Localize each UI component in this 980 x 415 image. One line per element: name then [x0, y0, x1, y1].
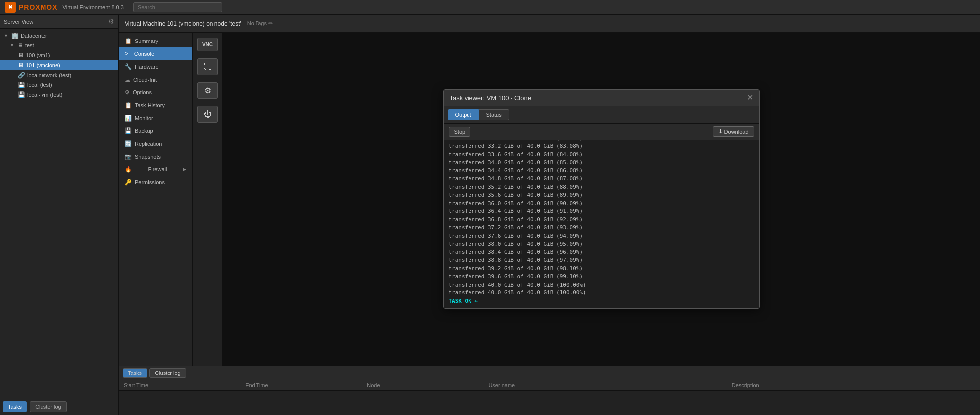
- options-icon: ⚙: [125, 89, 130, 96]
- nav-item-backup[interactable]: 💾 Backup: [119, 124, 192, 137]
- nav-label-snapshots: Snapshots: [135, 154, 161, 160]
- bottom-tab-clusterlog[interactable]: Cluster log: [149, 368, 186, 378]
- backup-icon: 💾: [125, 127, 132, 134]
- edit-icon: ✏: [268, 20, 273, 26]
- sidebar-view-label: Server View: [4, 19, 33, 25]
- tree-label-local: local (test): [27, 82, 52, 88]
- network-icon: 🔗: [18, 72, 25, 79]
- nav-label-console: Console: [134, 51, 154, 57]
- tree-item-test[interactable]: ▼ 🖥 test: [0, 41, 118, 50]
- log-line: transferred 36.0 GiB of 40.0 GiB (90.09%…: [449, 200, 754, 208]
- firewall-icon: 🔥: [125, 166, 132, 173]
- modal-close-button[interactable]: ✕: [747, 94, 753, 102]
- modal-title: Task viewer: VM 100 - Clone: [450, 94, 531, 102]
- stop-button[interactable]: Stop: [449, 127, 471, 137]
- log-line: transferred 40.0 GiB of 40.0 GiB (100.00…: [449, 289, 754, 297]
- tree-item-localnetwork[interactable]: 🔗 localnetwork (test): [0, 70, 118, 80]
- cloud-icon: ☁: [125, 76, 130, 83]
- vnc-power-button[interactable]: ⏻: [197, 106, 218, 123]
- log-line: transferred 38.8 GiB of 40.0 GiB (97.09%…: [449, 256, 754, 265]
- tasks-tab-button[interactable]: Tasks: [3, 401, 27, 412]
- modal-log[interactable]: transferred 31.6 GiB of 40.0 GiB (79.08%…: [444, 140, 759, 308]
- left-nav: 📋 Summary >_ Console 🔧 Hardware ☁ Cloud-…: [119, 33, 193, 366]
- nav-label-permissions: Permissions: [135, 179, 165, 185]
- nav-item-permissions[interactable]: 🔑 Permissions: [119, 176, 192, 189]
- download-button[interactable]: ⬇ Download: [713, 126, 754, 137]
- vnc-button[interactable]: VNC: [197, 38, 218, 51]
- tree-label-vm100: 100 (vm1): [26, 52, 50, 58]
- tree-item-vm101[interactable]: 🖥 101 (vmclone): [0, 60, 118, 70]
- nav-item-summary[interactable]: 📋 Summary: [119, 35, 192, 47]
- sidebar-header: Server View ⚙: [0, 15, 118, 29]
- col-node: Node: [367, 382, 488, 388]
- log-line: transferred 40.0 GiB of 40.0 GiB (100.00…: [449, 281, 754, 290]
- nav-item-cloudinit[interactable]: ☁ Cloud-Init: [119, 73, 192, 86]
- log-line: transferred 36.8 GiB of 40.0 GiB (92.09%…: [449, 216, 754, 224]
- modal-tabs: Output Status: [444, 106, 759, 124]
- nav-item-firewall[interactable]: 🔥 Firewall ▶: [119, 163, 192, 176]
- summary-icon: 📋: [125, 38, 132, 44]
- bottom-tab-tasks[interactable]: Tasks: [123, 368, 147, 378]
- tree-item-vm100[interactable]: 🖥 100 (vm1): [0, 50, 118, 60]
- vnc-settings-button[interactable]: ⚙: [197, 82, 218, 99]
- bottom-tabs: Tasks Cluster log: [119, 366, 980, 380]
- snapshots-icon: 📷: [125, 153, 132, 160]
- logo-area: ✖ PROXMOX Virtual Environment 8.0.3: [5, 2, 124, 13]
- log-line: transferred 34.0 GiB of 40.0 GiB (85.08%…: [449, 159, 754, 167]
- nav-label-replication: Replication: [135, 141, 162, 147]
- log-line: transferred 37.6 GiB of 40.0 GiB (94.09%…: [449, 232, 754, 241]
- log-line: transferred 33.2 GiB of 40.0 GiB (83.08%…: [449, 142, 754, 151]
- nav-item-console[interactable]: >_ Console: [119, 47, 192, 60]
- nav-item-hardware[interactable]: 🔧 Hardware: [119, 60, 192, 73]
- modal-header: Task viewer: VM 100 - Clone ✕: [444, 90, 759, 106]
- vnc-fullscreen-button[interactable]: ⛶: [197, 58, 218, 75]
- search-input[interactable]: [133, 2, 222, 12]
- server-icon: 🖥: [17, 42, 23, 49]
- nav-label-monitor: Monitor: [135, 115, 153, 121]
- tree-label-vm101: 101 (vmclone): [26, 62, 60, 68]
- tags-area[interactable]: No Tags ✏: [247, 20, 273, 27]
- table-header: Start Time End Time Node User name Descr…: [119, 380, 980, 391]
- nav-item-monitor[interactable]: 📊 Monitor: [119, 112, 192, 124]
- datacenter-icon: 🏢: [11, 32, 19, 39]
- tree-label-localnetwork: localnetwork (test): [27, 72, 71, 78]
- tree-item-datacenter[interactable]: ▼ 🏢 Datacenter: [0, 31, 118, 41]
- tree-item-locallvm[interactable]: 💾 local-lvm (test): [0, 90, 118, 100]
- tree-area: ▼ 🏢 Datacenter ▼ 🖥 test 🖥 100 (vm1) 🖥 10…: [0, 29, 118, 398]
- modal-toolbar: Stop ⬇ Download: [444, 124, 759, 140]
- tab-output[interactable]: Output: [448, 109, 479, 120]
- brand-subtitle: Virtual Environment 8.0.3: [63, 4, 124, 10]
- log-line: transferred 35.6 GiB of 40.0 GiB (89.09%…: [449, 191, 754, 200]
- modal-overlay: Task viewer: VM 100 - Clone ✕ Output Sta…: [222, 33, 980, 366]
- tab-status[interactable]: Status: [479, 109, 509, 120]
- nav-label-summary: Summary: [135, 38, 158, 44]
- topbar: ✖ PROXMOX Virtual Environment 8.0.3: [0, 0, 980, 15]
- nav-label-hardware: Hardware: [135, 64, 159, 70]
- log-line: transferred 33.6 GiB of 40.0 GiB (84.08%…: [449, 151, 754, 159]
- bottom-area: Tasks Cluster log Start Time End Time No…: [119, 366, 980, 415]
- nav-item-snapshots[interactable]: 📷 Snapshots: [119, 150, 192, 163]
- content-header: Virtual Machine 101 (vmclone) on node 't…: [119, 15, 980, 33]
- expand-arrow: ▼: [4, 33, 8, 38]
- download-icon: ⬇: [718, 128, 723, 135]
- clusterlog-tab-button[interactable]: Cluster log: [30, 401, 67, 412]
- tags-label: No Tags: [247, 20, 267, 26]
- proxmox-logo: ✖: [5, 2, 16, 13]
- nav-label-backup: Backup: [135, 128, 153, 134]
- log-line: transferred 35.2 GiB of 40.0 GiB (88.09%…: [449, 183, 754, 192]
- expand-arrow: ▼: [10, 43, 14, 48]
- nav-item-taskhistory[interactable]: 📋 Task History: [119, 99, 192, 112]
- vm-title: Virtual Machine 101 (vmclone) on node 't…: [125, 20, 241, 27]
- vm-icon: 🖥: [18, 62, 24, 69]
- nav-item-replication[interactable]: 🔄 Replication: [119, 137, 192, 150]
- tree-label-locallvm: local-lvm (test): [27, 92, 63, 98]
- gear-icon[interactable]: ⚙: [108, 18, 114, 25]
- log-line: transferred 39.6 GiB of 40.0 GiB (99.10%…: [449, 273, 754, 281]
- tree-label-datacenter: Datacenter: [21, 33, 47, 39]
- nav-item-options[interactable]: ⚙ Options: [119, 86, 192, 99]
- log-line: transferred 34.8 GiB of 40.0 GiB (87.08%…: [449, 175, 754, 183]
- tree-item-local[interactable]: 💾 local (test): [0, 80, 118, 90]
- nav-label-firewall: Firewall: [148, 166, 167, 172]
- vm-icon: 🖥: [18, 52, 24, 59]
- nav-label-options: Options: [133, 89, 152, 95]
